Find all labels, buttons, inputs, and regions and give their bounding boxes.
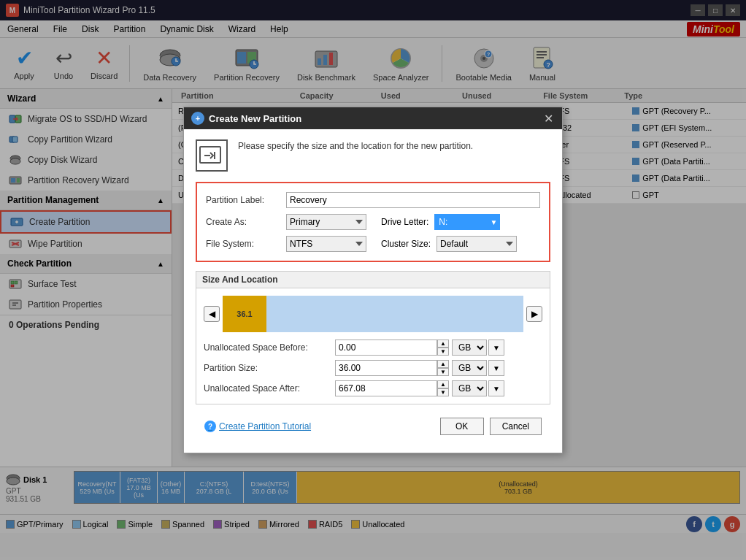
unallocated-before-dropdown[interactable]: ▼ [488, 340, 504, 356]
help-icon: ? [204, 421, 216, 432]
modal-body: Please specify the size and the location… [184, 129, 562, 453]
pv-right-arrow[interactable]: ▶ [526, 306, 542, 322]
modal-title-icon: + [191, 112, 204, 125]
unallocated-before-spinner: ▲ ▼ [437, 340, 449, 356]
ok-button[interactable]: OK [440, 418, 484, 435]
modal-overlay: + Create New Partition ✕ Please specify … [0, 0, 746, 560]
create-as-row: Create As: Primary Logical Extended Driv… [206, 214, 540, 230]
partition-form: Partition Label: Create As: Primary Logi… [196, 182, 550, 262]
size-location-header: Size And Location [196, 272, 550, 288]
unallocated-after-row: Unallocated Space After: ▲ ▼ GBMB ▼ [204, 380, 542, 396]
partition-size-spinner: ▲ ▼ [437, 360, 449, 376]
unallocated-after-input[interactable] [335, 380, 437, 396]
cluster-size-label: Cluster Size: [381, 239, 431, 249]
modal-action-buttons: OK Cancel [440, 418, 542, 435]
partition-size-input-container: ▲ ▼ GBMB ▼ [335, 360, 542, 376]
partition-size-label: Partition Size: [204, 363, 335, 373]
tutorial-link-text: Create Partition Tutorial [219, 421, 311, 431]
drive-letter-label: Drive Letter: [381, 217, 428, 227]
create-as-select[interactable]: Primary Logical Extended [286, 214, 366, 230]
filesystem-row: File System: NTFS FAT32 exFAT Cluster Si… [206, 236, 540, 252]
size-location-body: ◀ 36.1 ▶ Unallocated Space Before: [196, 288, 550, 404]
unallocated-after-label: Unallocated Space After: [204, 383, 335, 394]
partition-size-row: Partition Size: ▲ ▼ GBMB ▼ [204, 360, 542, 376]
partition-size-down[interactable]: ▼ [437, 368, 449, 376]
modal-desc-text: Please specify the size and the location… [238, 139, 473, 153]
partition-label-label: Partition Label: [206, 195, 286, 205]
modal-footer: ? Create Partition Tutorial OK Cancel [196, 413, 550, 442]
modal-title-bar: + Create New Partition ✕ [184, 107, 562, 129]
cluster-size-select[interactable]: Default 512 1K 4K [437, 236, 517, 252]
unallocated-after-dropdown[interactable]: ▼ [488, 380, 504, 396]
unallocated-before-down[interactable]: ▼ [437, 348, 449, 356]
drive-letter-select[interactable]: N: E:F:G: [434, 214, 500, 230]
modal-close-button[interactable]: ✕ [542, 112, 555, 125]
unallocated-after-down[interactable]: ▼ [437, 388, 449, 396]
partition-visual: ◀ 36.1 ▶ [204, 296, 542, 332]
create-partition-modal: + Create New Partition ✕ Please specify … [183, 107, 563, 453]
tutorial-link[interactable]: ? Create Partition Tutorial [204, 421, 311, 432]
unallocated-before-unit[interactable]: GBMB [452, 340, 487, 356]
size-location-panel: Size And Location ◀ 36.1 ▶ U [196, 271, 550, 404]
modal-title: Create New Partition [209, 113, 542, 124]
unallocated-before-row: Unallocated Space Before: ▲ ▼ GBMB ▼ [204, 340, 542, 356]
unallocated-before-label: Unallocated Space Before: [204, 342, 335, 353]
filesystem-select[interactable]: NTFS FAT32 exFAT [286, 236, 366, 252]
cancel-button[interactable]: Cancel [490, 418, 542, 435]
partition-label-input[interactable] [286, 192, 540, 208]
unallocated-before-up[interactable]: ▲ [437, 340, 449, 348]
pv-partition-value: 36.1 [237, 310, 252, 318]
partition-size-up[interactable]: ▲ [437, 360, 449, 368]
unallocated-after-unit[interactable]: GBMB [452, 380, 487, 396]
pv-bar: 36.1 [223, 296, 523, 332]
unallocated-after-up[interactable]: ▲ [437, 380, 449, 388]
partition-size-input[interactable] [335, 360, 437, 376]
unallocated-after-spinner: ▲ ▼ [437, 380, 449, 396]
unallocated-after-input-container: ▲ ▼ GBMB ▼ [335, 380, 542, 396]
pv-left-arrow[interactable]: ◀ [204, 306, 220, 322]
partition-size-dropdown[interactable]: ▼ [488, 360, 504, 376]
partition-size-unit[interactable]: GBMB [452, 360, 487, 376]
drive-letter-container: N: E:F:G: ▼ [434, 214, 500, 230]
unallocated-before-input[interactable] [335, 340, 437, 356]
unallocated-before-input-container: ▲ ▼ GBMB ▼ [335, 340, 542, 356]
modal-desc-icon [196, 139, 228, 172]
pv-partition-block: 36.1 [223, 296, 266, 332]
modal-description: Please specify the size and the location… [196, 139, 550, 172]
create-as-label: Create As: [206, 217, 286, 227]
filesystem-label: File System: [206, 239, 286, 249]
partition-label-row: Partition Label: [206, 192, 540, 208]
